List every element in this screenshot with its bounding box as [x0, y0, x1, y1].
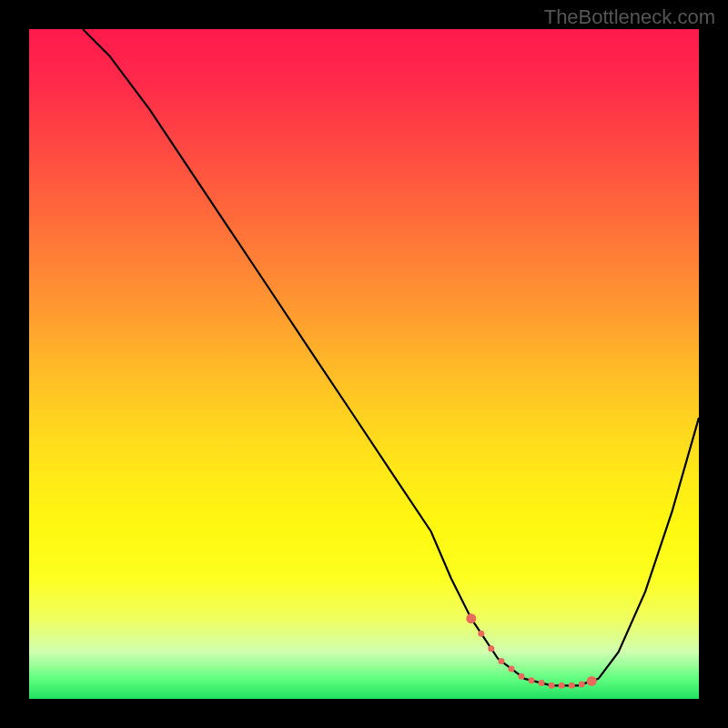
svg-point-12 — [587, 676, 597, 686]
svg-point-2 — [488, 645, 494, 652]
svg-point-1 — [478, 631, 484, 637]
svg-point-8 — [549, 682, 555, 689]
svg-point-10 — [569, 682, 575, 689]
svg-point-6 — [529, 677, 535, 683]
svg-point-5 — [519, 673, 525, 680]
watermark-text: TheBottleneck.com — [544, 5, 715, 29]
svg-point-11 — [579, 682, 585, 688]
chart-plot-area — [29, 29, 699, 699]
svg-point-4 — [508, 665, 514, 672]
svg-point-0 — [466, 613, 476, 623]
svg-point-7 — [539, 680, 545, 686]
svg-point-9 — [559, 682, 565, 689]
svg-point-3 — [498, 658, 504, 664]
bottleneck-curve — [29, 29, 699, 699]
